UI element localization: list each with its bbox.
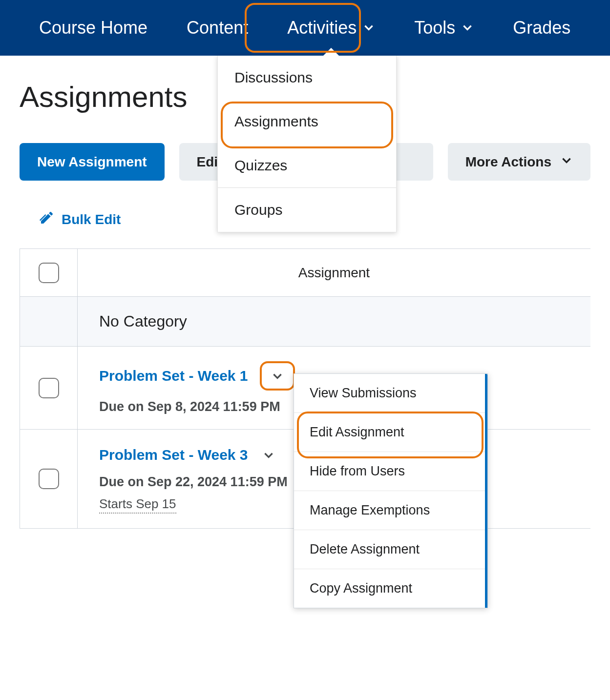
table-header: Assignment (20, 249, 590, 297)
row-actions-button[interactable] (267, 365, 288, 387)
pencil-icon (39, 210, 55, 229)
ctx-copy-assignment[interactable]: Copy Assignment (294, 569, 485, 608)
ctx-view-submissions[interactable]: View Submissions (294, 374, 485, 413)
dropdown-item-groups[interactable]: Groups (218, 187, 396, 232)
chevron-down-icon (560, 154, 573, 170)
select-all-checkbox[interactable] (39, 263, 59, 283)
row-checkbox[interactable] (39, 378, 59, 398)
category-chk-cell (20, 297, 78, 346)
category-row: No Category (20, 297, 590, 347)
nav-course-home-label: Course Home (39, 18, 147, 38)
select-all-cell (20, 249, 78, 296)
ctx-edit-assignment[interactable]: Edit Assignment (294, 413, 485, 452)
activities-dropdown: Discussions Assignments Quizzes Groups (217, 56, 397, 232)
nav-course-home[interactable]: Course Home (20, 0, 167, 56)
assignment-link[interactable]: Problem Set - Week 1 (99, 368, 248, 384)
dropdown-item-quizzes[interactable]: Quizzes (218, 144, 396, 187)
row-actions-button[interactable] (258, 444, 279, 466)
dropdown-item-assignments[interactable]: Assignments (218, 100, 396, 144)
nav-tools[interactable]: Tools (395, 0, 493, 56)
nav-grades[interactable]: Grades (493, 0, 590, 56)
assignment-context-menu: View Submissions Edit Assignment Hide fr… (294, 373, 488, 608)
nav-grades-label: Grades (513, 18, 570, 38)
category-label: No Category (78, 297, 590, 346)
ctx-hide-from-users[interactable]: Hide from Users (294, 452, 485, 491)
ctx-manage-exemptions[interactable]: Manage Exemptions (294, 491, 485, 530)
dropdown-item-discussions[interactable]: Discussions (218, 56, 396, 100)
page-body: Assignments Discussions Assignments Quiz… (0, 56, 610, 548)
row-chk-cell (20, 430, 78, 528)
chevron-down-icon (461, 18, 474, 38)
new-assignment-button[interactable]: New Assignment (20, 143, 165, 181)
row-checkbox[interactable] (39, 469, 59, 489)
chevron-down-icon (362, 18, 375, 38)
ctx-delete-assignment[interactable]: Delete Assignment (294, 530, 485, 569)
nav-activities[interactable]: Activities (268, 0, 395, 56)
bulk-edit-label: Bulk Edit (62, 212, 121, 227)
starts-text: Starts Sep 15 (99, 496, 176, 514)
top-navbar: Course Home Content Activities Tools Gra… (0, 0, 610, 56)
highlight-row-chevron (260, 361, 295, 391)
header-assignment: Assignment (78, 249, 590, 296)
row-chk-cell (20, 347, 78, 429)
more-actions-label: More Actions (465, 154, 551, 170)
nav-content-label: Content (187, 18, 248, 38)
nav-content[interactable]: Content (167, 0, 268, 56)
nav-tools-label: Tools (414, 18, 455, 38)
nav-activities-label: Activities (287, 18, 357, 38)
more-actions-button[interactable]: More Actions (448, 143, 590, 181)
assignment-link[interactable]: Problem Set - Week 3 (99, 447, 248, 463)
